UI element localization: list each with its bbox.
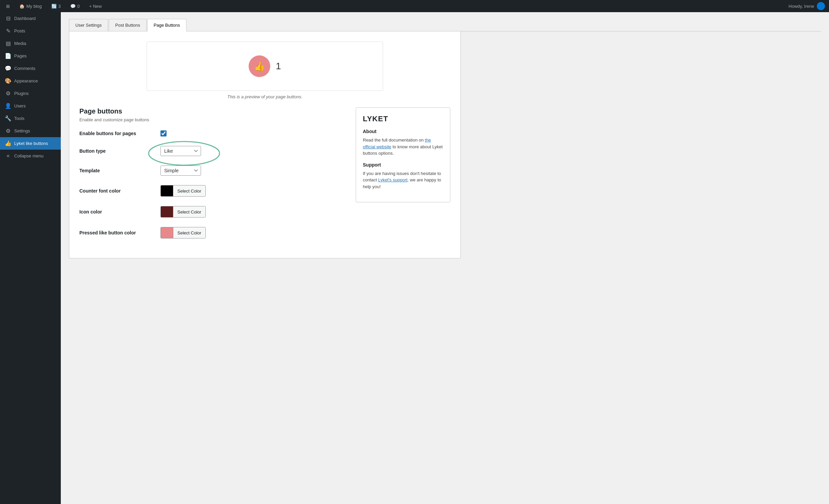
sidebar-label-lyket: Lyket like buttons [14, 141, 48, 146]
pages-icon: 📄 [5, 53, 11, 59]
support-title: Support [363, 162, 443, 168]
template-select[interactable]: Simple Full [160, 166, 201, 176]
thumbs-up-icon: 👍 [254, 61, 265, 72]
collapse-icon: « [5, 153, 11, 159]
template-label: Template [79, 168, 154, 173]
pressed-like-color-label: Pressed like button color [79, 230, 154, 235]
template-row: Template Simple Full [79, 166, 348, 176]
main-panel: Page buttons Enable and customize page b… [79, 107, 348, 248]
icon-color-control: Select Color [160, 206, 206, 218]
sidebar-item-lyket[interactable]: 👍 Lyket like buttons [0, 137, 61, 150]
pressed-like-color-btn[interactable]: Select Color [160, 227, 206, 238]
sidebar-item-users[interactable]: 👤 Users [0, 100, 61, 112]
counter-font-color-swatch [161, 185, 173, 196]
sidebar-label-tools: Tools [14, 116, 24, 121]
tab-page-buttons[interactable]: Page Buttons [147, 19, 186, 31]
preview-button-wrap: 👍 1 [249, 55, 281, 77]
button-type-select[interactable]: Like Clap Heart [160, 146, 201, 156]
counter-font-color-label: Counter font color [79, 188, 154, 194]
main-content: User Settings Post Buttons Page Buttons … [61, 12, 829, 504]
comments-icon: 💬 [70, 4, 76, 9]
settings-icon: ⚙ [5, 128, 11, 134]
button-type-control: Like Clap Heart [160, 146, 201, 156]
avatar [817, 2, 825, 10]
about-title: About [363, 129, 443, 134]
sidebar-label-pages: Pages [14, 53, 27, 58]
enable-label: Enable buttons for pages [79, 131, 154, 136]
icon-color-swatch [161, 206, 173, 217]
sidebar-label-appearance: Appearance [14, 78, 38, 83]
pressed-like-color-row: Pressed like button color Select Color [79, 227, 348, 238]
pressed-like-color-control: Select Color [160, 227, 206, 238]
updates-link[interactable]: 🔄 3 [49, 4, 63, 9]
icon-color-btn[interactable]: Select Color [160, 206, 206, 218]
home-icon: 🏠 [19, 4, 25, 9]
wp-icon: ⊞ [6, 4, 10, 9]
comments-link[interactable]: 💬 0 [68, 4, 82, 9]
sidebar-item-settings[interactable]: ⚙ Settings [0, 125, 61, 137]
tab-user-settings[interactable]: User Settings [69, 19, 108, 31]
sidebar-item-comments[interactable]: 💬 Comments [0, 62, 61, 75]
icon-color-label: Icon color [79, 209, 154, 215]
button-preview: 👍 1 [147, 42, 383, 91]
content-area: 👍 1 This is a preview of your page butto… [69, 31, 461, 258]
side-panel-title: LYKET [363, 115, 443, 123]
button-type-row: Button type Like Clap Heart [79, 146, 348, 156]
icon-color-row: Icon color Select Color [79, 206, 348, 218]
button-type-wrapper: Like Clap Heart [160, 146, 201, 156]
sidebar-item-media[interactable]: ▤ Media [0, 37, 61, 50]
sidebar-item-plugins[interactable]: ⚙ Plugins [0, 87, 61, 100]
sidebar-item-dashboard[interactable]: ⊟ Dashboard [0, 12, 61, 25]
enable-row: Enable buttons for pages [79, 130, 348, 136]
sidebar-item-appearance[interactable]: 🎨 Appearance [0, 75, 61, 87]
sidebar-item-collapse[interactable]: « Collapse menu [0, 150, 61, 162]
sidebar-label-comments: Comments [14, 66, 35, 71]
site-name-link[interactable]: 🏠 My blog [17, 4, 44, 9]
section-title: Page buttons [79, 107, 348, 115]
lyket-support-link[interactable]: Lyket's support [378, 177, 408, 182]
preview-count: 1 [276, 61, 281, 72]
panels: Page buttons Enable and customize page b… [79, 107, 450, 248]
updates-icon: 🔄 [51, 4, 57, 9]
enable-control [160, 130, 167, 136]
sidebar-label-posts: Posts [14, 28, 25, 33]
appearance-icon: 🎨 [5, 78, 11, 84]
admin-bar: ⊞ 🏠 My blog 🔄 3 💬 0 + New Howdy, Irene [0, 0, 829, 12]
posts-icon: ✎ [5, 28, 11, 34]
tabs-bar: User Settings Post Buttons Page Buttons [69, 19, 821, 31]
sidebar-label-settings: Settings [14, 128, 30, 133]
enable-checkbox[interactable] [160, 130, 167, 136]
button-type-label: Button type [79, 148, 154, 154]
tools-icon: 🔧 [5, 115, 11, 122]
pressed-like-color-label-btn: Select Color [173, 227, 205, 238]
counter-font-color-btn[interactable]: Select Color [160, 185, 206, 197]
side-panel: LYKET About Read the full documentation … [356, 107, 450, 202]
counter-font-color-control: Select Color [160, 185, 206, 197]
template-control: Simple Full [160, 166, 201, 176]
sidebar-label-plugins: Plugins [14, 91, 29, 96]
sidebar: ⊟ Dashboard ✎ Posts ▤ Media 📄 Pages 💬 Co… [0, 12, 61, 504]
sidebar-label-users: Users [14, 103, 26, 108]
new-content-link[interactable]: + New [87, 4, 104, 9]
section-desc: Enable and customize page buttons [79, 117, 348, 122]
lyket-icon: 👍 [5, 140, 11, 147]
sidebar-item-pages[interactable]: 📄 Pages [0, 50, 61, 62]
sidebar-item-tools[interactable]: 🔧 Tools [0, 112, 61, 125]
icon-color-label-btn: Select Color [173, 206, 205, 217]
user-info: Howdy, Irene [788, 2, 825, 10]
sidebar-item-posts[interactable]: ✎ Posts [0, 25, 61, 37]
sidebar-label-media: Media [14, 41, 26, 46]
users-icon: 👤 [5, 103, 11, 109]
about-text: Read the full documentation on the offic… [363, 137, 443, 157]
dashboard-icon: ⊟ [5, 15, 11, 22]
support-text: If you are having issues don't hesitate … [363, 170, 443, 190]
wp-logo[interactable]: ⊞ [4, 4, 12, 9]
counter-font-color-row: Counter font color Select Color [79, 185, 348, 197]
media-icon: ▤ [5, 40, 11, 47]
plugins-icon: ⚙ [5, 90, 11, 97]
sidebar-label-collapse: Collapse menu [14, 153, 44, 158]
counter-font-color-label-btn: Select Color [173, 185, 205, 196]
sidebar-label-dashboard: Dashboard [14, 16, 36, 21]
tab-post-buttons[interactable]: Post Buttons [109, 19, 147, 31]
like-button-preview[interactable]: 👍 [249, 55, 270, 77]
